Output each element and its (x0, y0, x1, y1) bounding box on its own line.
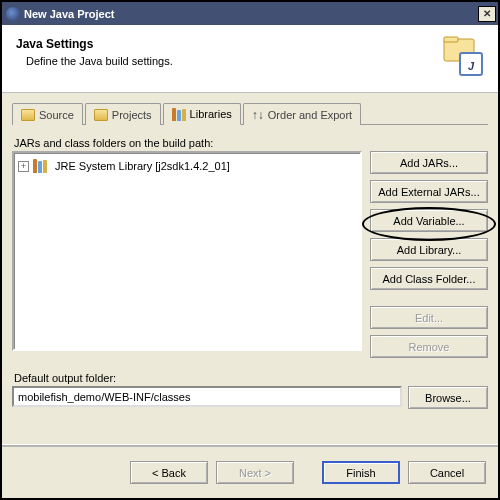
cancel-button[interactable]: Cancel (408, 461, 486, 484)
buildpath-tree[interactable]: + JRE System Library [j2sdk1.4.2_01] (12, 151, 362, 351)
svg-rect-1 (444, 37, 458, 42)
tab-label: Source (39, 109, 74, 121)
output-folder-label: Default output folder: (14, 372, 486, 384)
tab-label: Libraries (190, 108, 232, 120)
page-title: Java Settings (16, 37, 484, 51)
add-class-folder-button[interactable]: Add Class Folder... (370, 267, 488, 290)
edit-button: Edit... (370, 306, 488, 329)
wizard-header: Java Settings Define the Java build sett… (2, 25, 498, 93)
side-button-group: Add JARs... Add External JARs... Add Var… (370, 151, 488, 358)
tab-label: Order and Export (268, 109, 352, 121)
wizard-footer: < Back Next > Finish Cancel (2, 446, 498, 498)
buildpath-label: JARs and class folders on the build path… (14, 137, 488, 149)
tab-libraries[interactable]: Libraries (163, 103, 241, 125)
window-title: New Java Project (24, 8, 478, 20)
add-library-button[interactable]: Add Library... (370, 238, 488, 261)
tab-content: JARs and class folders on the build path… (2, 125, 498, 419)
titlebar: New Java Project ✕ (2, 2, 498, 25)
tab-order-export[interactable]: ↑↓ Order and Export (243, 103, 361, 125)
page-subtitle: Define the Java build settings. (26, 55, 484, 67)
back-button[interactable]: < Back (130, 461, 208, 484)
add-external-jars-button[interactable]: Add External JARs... (370, 180, 488, 203)
tree-item-jre[interactable]: + JRE System Library [j2sdk1.4.2_01] (18, 157, 356, 175)
dialog-window: New Java Project ✕ Java Settings Define … (0, 0, 500, 500)
library-icon (172, 108, 186, 121)
order-icon: ↑↓ (252, 109, 264, 121)
add-jars-button[interactable]: Add JARs... (370, 151, 488, 174)
tab-projects[interactable]: Projects (85, 103, 161, 125)
tabs-container: Source Projects Libraries ↑↓ Order and E… (2, 93, 498, 125)
tab-bar: Source Projects Libraries ↑↓ Order and E… (12, 101, 488, 125)
app-icon (6, 7, 20, 21)
remove-button: Remove (370, 335, 488, 358)
tree-item-label: JRE System Library [j2sdk1.4.2_01] (55, 160, 230, 172)
folder-icon (94, 109, 108, 121)
java-project-icon: J (442, 35, 486, 79)
next-button: Next > (216, 461, 294, 484)
add-variable-button[interactable]: Add Variable... (370, 209, 488, 232)
close-button[interactable]: ✕ (478, 6, 496, 22)
output-folder-input[interactable] (12, 386, 402, 407)
tab-label: Projects (112, 109, 152, 121)
finish-button[interactable]: Finish (322, 461, 400, 484)
tab-source[interactable]: Source (12, 103, 83, 125)
expand-icon[interactable]: + (18, 161, 29, 172)
browse-button[interactable]: Browse... (408, 386, 488, 409)
library-icon (33, 159, 51, 173)
svg-text:J: J (468, 60, 475, 72)
folder-icon (21, 109, 35, 121)
